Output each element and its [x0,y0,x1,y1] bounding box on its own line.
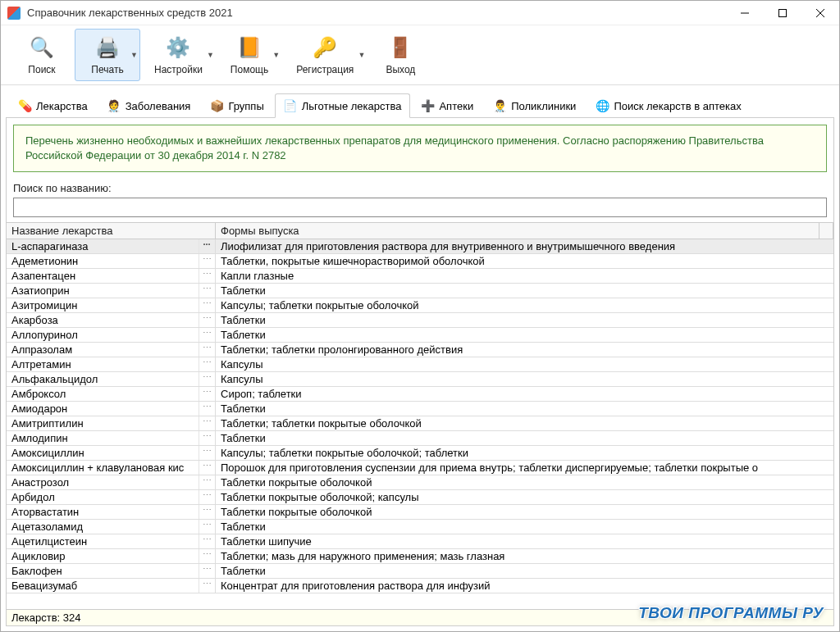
cell-form: Таблетки [216,328,833,342]
table-row[interactable]: АмлодипинТаблетки [7,431,833,446]
tab-icon: 🌐 [596,99,609,112]
maximize-button[interactable] [764,1,801,25]
cell-name: Амлодипин [7,431,216,445]
tab-icon: 👨‍⚕️ [493,99,506,112]
table-row[interactable]: L-аспарагиназаЛиофилизат для приготовлен… [7,239,833,254]
table-row[interactable]: АзитромицинКапсулы; таблетки покрытые об… [7,298,833,313]
cell-name: Ацетазоламид [7,520,216,534]
table-row[interactable]: АцетазоламидТаблетки [7,520,833,534]
cell-name: Алпразолам [7,343,216,357]
cell-name: Азатиоприн [7,284,216,298]
grid-header: Название лекарства Формы выпуска [7,222,833,239]
table-row[interactable]: АцикловирТаблетки; мазь для наружного пр… [7,549,833,564]
cell-form: Таблетки, покрытые кишечнорастворимой об… [216,254,833,268]
table-row[interactable]: АмитриптилинТаблетки; таблетки покрытые … [7,416,833,431]
table-row[interactable]: АльфакальцидолКапсулы [7,372,833,387]
cell-name: Аллопуринол [7,328,216,342]
cell-name: Ацикловир [7,549,216,563]
table-row[interactable]: АзапентаценКапли глазные [7,269,833,284]
tab-5[interactable]: 👨‍⚕️Поликлиники [484,93,585,117]
table-row[interactable]: БевацизумабКонцентрат для приготовления … [7,579,833,593]
dropdown-arrow-icon: ▼ [130,51,138,59]
cell-form: Капсулы [216,357,833,371]
table-row[interactable]: АторвастатинТаблетки покрытые оболочкой [7,505,833,520]
tab-6[interactable]: 🌐Поиск лекарств в аптеках [587,93,750,117]
cell-form: Таблетки; таблетки пролонгированного дей… [216,343,833,357]
table-row[interactable]: АмиодаронТаблетки [7,402,833,416]
table-row[interactable]: АлпразоламТаблетки; таблетки пролонгиров… [7,343,833,357]
регистрация-icon: 🔑 [312,34,338,61]
cell-name: Адеметионин [7,254,216,268]
tab-label: Поиск лекарств в аптеках [614,100,741,112]
table-row[interactable]: Амоксициллин + клавулановая кисПорошок д… [7,461,833,475]
tab-icon: 📄 [284,99,297,112]
cell-form: Таблетки [216,402,833,416]
cell-form: Таблетки шипучие [216,534,833,548]
search-label: Поиск по названию: [13,182,827,194]
search-area: Поиск по названию: [13,182,827,217]
table-row[interactable]: АллопуринолТаблетки [7,328,833,343]
помощь-icon: 📙 [236,34,262,61]
toolbar-помощь[interactable]: 📙 Помощь ▼ [217,29,282,81]
tab-label: Заболевания [126,100,191,112]
cell-form: Концентрат для приготовления раствора дл… [216,579,833,593]
tab-label: Лекарства [36,100,88,112]
column-header-form[interactable]: Формы выпуска [216,223,819,239]
table-row[interactable]: АмоксициллинКапсулы; таблетки покрытые о… [7,446,833,461]
table-row[interactable]: АкарбозаТаблетки [7,313,833,328]
tab-3[interactable]: 📄Льготные лекарства [275,93,411,118]
table-row[interactable]: АдеметионинТаблетки, покрытые кишечнорас… [7,254,833,269]
настройки-icon: ⚙️ [165,34,191,61]
cell-name: Азитромицин [7,298,216,312]
cell-form: Сироп; таблетки [216,387,833,401]
medicine-grid: Название лекарства Формы выпуска L-аспар… [7,222,833,625]
cell-form: Порошок для приготовления суспензии для … [216,461,833,475]
tab-icon: 💊 [18,99,31,112]
cell-name: Алтретамин [7,357,216,371]
content-area: Перечень жизненно необходимых и важнейши… [6,118,834,626]
svg-rect-1 [779,9,787,16]
tab-icon: 🧑‍⚕️ [107,99,121,112]
cell-form: Таблетки [216,313,833,327]
cell-form: Таблетки [216,431,833,445]
table-row[interactable]: АцетилцистеинТаблетки шипучие [7,534,833,549]
column-header-name[interactable]: Название лекарства [7,223,216,239]
cell-form: Капсулы; таблетки покрытые оболочкой; та… [216,446,833,460]
tab-4[interactable]: ➕Аптеки [412,93,482,117]
cell-form: Капсулы [216,372,833,386]
table-row[interactable]: АзатиопринТаблетки [7,284,833,298]
titlebar: Справочник лекарственных средств 2021 [1,1,839,25]
cell-name: Бевацизумаб [7,579,216,593]
grid-body[interactable]: L-аспарагиназаЛиофилизат для приготовлен… [7,239,833,609]
table-row[interactable]: АмброксолСироп; таблетки [7,387,833,402]
cell-name: Азапентацен [7,269,216,283]
tab-label: Аптеки [439,100,473,112]
toolbar-настройки[interactable]: ⚙️ Настройки ▼ [140,29,217,81]
tab-2[interactable]: 📦Группы [201,93,272,117]
toolbar-item-label: Выход [386,64,415,75]
close-button[interactable] [801,1,839,25]
cell-name: Амоксициллин + клавулановая кис [7,461,216,475]
cell-form: Таблетки; таблетки покрытые оболочкой [216,416,833,430]
toolbar-выход[interactable]: 🚪 Выход [368,29,433,81]
minimize-button[interactable] [726,1,764,25]
table-row[interactable]: БаклофенТаблетки [7,564,833,579]
table-row[interactable]: АрбидолТаблетки покрытые оболочкой; капс… [7,490,833,505]
dropdown-arrow-icon: ▼ [207,51,214,59]
cell-form: Таблетки [216,520,833,534]
toolbar-item-label: Настройки [154,64,203,75]
tab-0[interactable]: 💊Лекарства [9,93,97,117]
table-row[interactable]: АлтретаминКапсулы [7,357,833,372]
toolbar-регистрация[interactable]: 🔑 Регистрация ▼ [282,29,368,81]
tab-1[interactable]: 🧑‍⚕️Заболевания [98,93,200,117]
toolbar-item-label: Помощь [231,64,268,75]
cell-name: Баклофен [7,564,216,578]
table-row[interactable]: АнастрозолТаблетки покрытые оболочкой [7,475,833,490]
tab-icon: 📦 [210,99,223,112]
toolbar-печать[interactable]: 🖨️ Печать ▼ [75,29,140,81]
печать-icon: 🖨️ [94,34,121,61]
cell-form: Таблетки покрытые оболочкой [216,475,833,489]
toolbar-поиск[interactable]: 🔍 Поиск [9,29,75,81]
search-input[interactable] [13,198,827,217]
toolbar-item-label: Печать [91,64,123,75]
